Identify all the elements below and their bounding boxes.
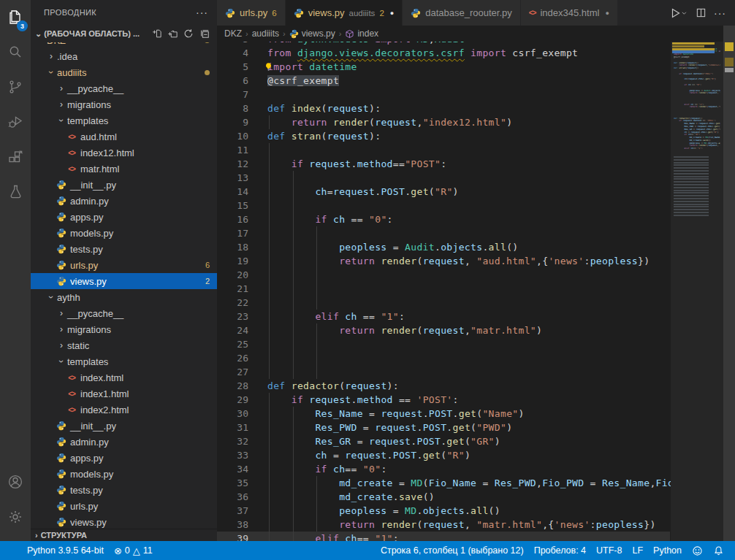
activity-bar-item-settings-gear[interactable] <box>0 500 31 534</box>
code-line-25[interactable]: 25 <box>217 337 670 351</box>
tree-file-index2.html[interactable]: <>index2.html <box>31 402 217 418</box>
code-line-37[interactable]: 37 peopless = MD.objects.all() <box>217 504 670 518</box>
tree-folder-audiiits[interactable]: ›audiiits <box>31 64 217 80</box>
tree-file-admin.py[interactable]: admin.py <box>31 434 217 450</box>
workspace-section-header[interactable]: ⌄ (РАБОЧАЯ ОБЛАСТЬ) ... <box>31 25 217 42</box>
minimap[interactable]: from aythh.models import MD,Auditfrom dj… <box>671 42 723 541</box>
code-line-11[interactable]: 11 <box>217 143 670 157</box>
tree-file-__init__.py[interactable]: __init__.py <box>31 418 217 434</box>
code-line-12[interactable]: 12 if request.method=="POST": <box>217 157 670 171</box>
cursor-position-status[interactable]: Строка 6, столбец 1 (выбрано 12) <box>376 541 529 560</box>
tree-file-models.py[interactable]: models.py <box>31 466 217 482</box>
code-line-16[interactable]: 16 if ch == "0": <box>217 212 670 226</box>
tree-file-apps.py[interactable]: apps.py <box>31 450 217 466</box>
explorer-more-actions-icon[interactable]: ··· <box>196 7 208 18</box>
new-file-icon[interactable] <box>151 28 161 39</box>
tree-file-urls.py[interactable]: urls.py6 <box>31 257 217 273</box>
tree-file-views.py[interactable]: views.py2 <box>31 273 217 289</box>
code-line-23[interactable]: 23 elif ch == "1": <box>217 310 670 323</box>
code-line-35[interactable]: 35 md_create = MD(Fio_Name = Res_PWD,Fio… <box>217 476 670 490</box>
split-editor-button[interactable] <box>696 7 707 18</box>
tree-folder-templates[interactable]: ›templates <box>31 112 217 129</box>
code-line-29[interactable]: 29 if request.method == 'POST': <box>217 393 670 407</box>
tree-folder-__pycache__[interactable]: ›__pycache__ <box>31 305 217 321</box>
code-line-28[interactable]: 28def redactor(request): <box>217 379 670 393</box>
code-line-10[interactable]: 10def stran(request): <box>217 129 670 143</box>
collapse-all-icon[interactable] <box>199 28 210 39</box>
code-line-13[interactable]: 13 <box>217 171 670 185</box>
code-line-19[interactable]: 19 return render(request, "aud.html",{'n… <box>217 254 670 268</box>
new-folder-icon[interactable] <box>167 28 178 39</box>
tree-folder-aythh[interactable]: ›aythh <box>31 289 217 305</box>
tree-folder-static[interactable]: ›static <box>31 337 217 353</box>
tree-folder-templates[interactable]: ›templates <box>31 353 217 369</box>
tree-file-tests.py[interactable]: tests.py <box>31 482 217 498</box>
language-mode-status[interactable]: Python <box>648 541 687 560</box>
outline-section-header[interactable]: › СТРУКТУРА <box>31 529 217 541</box>
code-line-8[interactable]: 8def index(request): <box>217 101 670 115</box>
tab-views.py[interactable]: views.pyaudiiits2● <box>286 0 403 26</box>
tree-file-models.py[interactable]: models.py <box>31 225 217 241</box>
code-area[interactable]: 3from aythh.models import MD,Audit4from … <box>217 32 670 541</box>
tree-file-index1.html[interactable]: <>index1.html <box>31 386 217 402</box>
code-line-27[interactable]: 27 <box>217 365 670 379</box>
tab-urls.py[interactable]: urls.py6 <box>217 0 285 26</box>
code-line-38[interactable]: 38 return render(request, "matr.html",{'… <box>217 518 670 532</box>
activity-bar-item-search[interactable] <box>0 35 31 69</box>
tree-file-aud.html[interactable]: <>aud.html <box>31 129 217 145</box>
code-line-4[interactable]: 4from django.views.decorators.csrf impor… <box>217 46 670 60</box>
run-python-file-button[interactable] <box>669 7 688 19</box>
tree-file-urls.py[interactable]: urls.py <box>31 498 217 514</box>
code-line-24[interactable]: 24 return render(request,"matr.html") <box>217 323 670 337</box>
feedback-smiley-icon[interactable] <box>687 541 708 560</box>
code-line-22[interactable]: 22 <box>217 296 670 310</box>
breadcrumb-item-audiiits[interactable]: audiiits <box>252 28 279 39</box>
encoding-status[interactable]: UTF-8 <box>591 541 627 560</box>
breadcrumb-item-DKZ[interactable]: DKZ <box>224 28 242 39</box>
activity-bar-item-account[interactable] <box>0 465 31 499</box>
tree-folder-migrations[interactable]: ›migrations <box>31 96 217 112</box>
indentation-status[interactable]: Пробелов: 4 <box>529 541 591 560</box>
tab-index345.html[interactable]: <>index345.html● <box>521 0 617 26</box>
code-line-9[interactable]: 9 return render(request,"index12.html") <box>217 115 670 129</box>
code-line-6[interactable]: 6@csrf_exempt <box>217 74 670 88</box>
tree-file-tests.py[interactable]: tests.py <box>31 241 217 257</box>
lightbulb-icon[interactable] <box>264 62 273 74</box>
breadcrumb-item-views.py[interactable]: views.py <box>289 28 335 39</box>
vertical-scrollbar[interactable] <box>723 26 735 541</box>
tree-file-views.py[interactable]: views.py <box>31 514 217 530</box>
code-line-34[interactable]: 34 if ch== "0": <box>217 462 670 476</box>
notifications-bell-icon[interactable] <box>708 541 729 560</box>
code-line-32[interactable]: 32 Res_GR = request.POST.get("GR") <box>217 434 670 448</box>
tree-file-__init__.py[interactable]: __init__.py <box>31 177 217 193</box>
tree-folder-__pycache__[interactable]: ›__pycache__ <box>31 80 217 96</box>
code-line-30[interactable]: 30 Res_Name = request.POST.get("Name") <box>217 407 670 421</box>
activity-bar-item-extensions[interactable] <box>0 140 31 174</box>
tree-folder-migrations[interactable]: ›migrations <box>31 321 217 337</box>
breadcrumb-item-index[interactable]: index <box>345 28 378 39</box>
code-line-21[interactable]: 21 <box>217 282 670 296</box>
more-actions-button[interactable]: ··· <box>714 7 726 19</box>
tab-database_roouter.py[interactable]: database_roouter.py <box>403 0 520 26</box>
tree-file-index12.html[interactable]: <>index12.html <box>31 145 217 161</box>
code-line-26[interactable]: 26 <box>217 351 670 365</box>
code-line-17[interactable]: 17 <box>217 226 670 240</box>
tree-file-admin.py[interactable]: admin.py <box>31 193 217 209</box>
code-line-5[interactable]: 5import datetime <box>217 60 670 74</box>
code-line-14[interactable]: 14 ch=request.POST.get("R") <box>217 185 670 199</box>
python-interpreter-status[interactable]: Python 3.9.5 64-bit <box>22 541 109 560</box>
code-line-18[interactable]: 18 peopless = Audit.objects.all() <box>217 240 670 254</box>
problems-status[interactable]: ⊗ 0 △ 11 <box>109 541 158 560</box>
activity-bar-item-source-control[interactable] <box>0 70 31 104</box>
code-line-36[interactable]: 36 md_create.save() <box>217 490 670 504</box>
activity-bar-item-run-debug[interactable] <box>0 105 31 139</box>
tree-folder-.idea[interactable]: ›.idea <box>31 48 217 64</box>
eol-status[interactable]: LF <box>627 541 648 560</box>
code-line-20[interactable]: 20 <box>217 268 670 282</box>
tree-file-matr.html[interactable]: <>matr.html <box>31 161 217 177</box>
tree-file-apps.py[interactable]: apps.py <box>31 209 217 225</box>
code-line-31[interactable]: 31 Res_PWD = request.POST.get("PWD") <box>217 421 670 434</box>
activity-bar-item-testing[interactable] <box>0 175 31 209</box>
tree-file-index.html[interactable]: <>index.html <box>31 369 217 386</box>
code-line-7[interactable]: 7 <box>217 88 670 101</box>
